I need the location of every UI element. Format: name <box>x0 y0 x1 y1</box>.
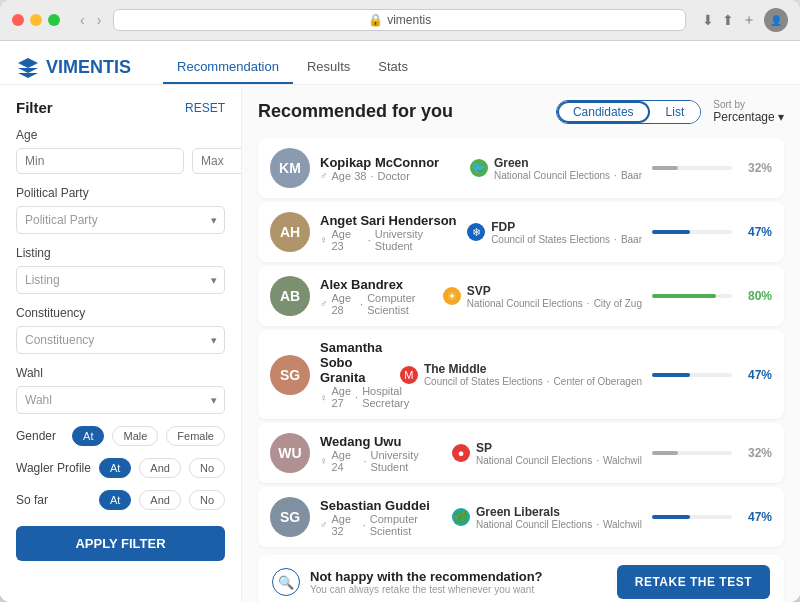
match-bar-fill <box>652 294 716 298</box>
candidate-age: Age 24 <box>332 449 360 473</box>
match-bar-area: 47% <box>652 225 772 239</box>
sort-area: Sort by Percentage ▾ <box>713 99 784 124</box>
election-separator: · <box>587 298 590 309</box>
nav-tabs: Recommendation Results Stats <box>163 51 422 84</box>
gender-female-button[interactable]: Female <box>166 426 225 446</box>
party-details: SP National Council Elections · Walchwil <box>476 441 642 466</box>
list-view-button[interactable]: List <box>650 101 701 123</box>
content-area: Recommended for you Candidates List Sort… <box>242 85 800 602</box>
constituency-label: Constituency <box>16 306 225 320</box>
sort-value[interactable]: Percentage ▾ <box>713 110 784 124</box>
candidate-occupation: Computer Scientist <box>367 292 433 316</box>
candidate-card[interactable]: SG Samantha Sobo Granita ♀ Age 27 · Hosp… <box>258 330 784 419</box>
election-location: Baar <box>621 170 642 181</box>
gender-at-button[interactable]: At <box>72 426 104 446</box>
traffic-light-red[interactable] <box>12 14 24 26</box>
traffic-light-green[interactable] <box>48 14 60 26</box>
election-location: City of Zug <box>594 298 642 309</box>
candidate-name: Alex Bandrex <box>320 277 433 292</box>
traffic-light-yellow[interactable] <box>30 14 42 26</box>
wagler-and-button[interactable]: And <box>139 458 181 478</box>
candidate-meta: ♀ Age 24 · University Student <box>320 449 442 473</box>
election-type: National Council Elections <box>476 519 592 530</box>
retake-button[interactable]: RETAKE THE TEST <box>617 565 770 599</box>
match-bar-background <box>652 230 732 234</box>
sofar-and-button[interactable]: And <box>139 490 181 510</box>
wagler-at-button[interactable]: At <box>99 458 131 478</box>
candidate-avatar: AB <box>270 276 310 316</box>
sofar-no-button[interactable]: No <box>189 490 225 510</box>
candidate-occupation: Doctor <box>377 170 409 182</box>
candidate-card[interactable]: SG Sebastian Guddei ♂ Age 32 · Computer … <box>258 487 784 547</box>
tab-stats[interactable]: Stats <box>364 51 422 84</box>
listing-label: Listing <box>16 246 225 260</box>
sort-label: Sort by <box>713 99 784 110</box>
address-bar[interactable]: 🔒 vimentis <box>113 9 686 31</box>
candidate-occupation: Computer Scientist <box>370 513 442 537</box>
political-party-select[interactable]: Political Party <box>16 206 225 234</box>
party-icon: 🐦 <box>470 159 488 177</box>
age-min-input[interactable] <box>16 148 184 174</box>
candidate-info: Wedang Uwu ♀ Age 24 · University Student <box>320 434 442 473</box>
party-icon: ❄ <box>467 223 485 241</box>
candidate-card[interactable]: WU Wedang Uwu ♀ Age 24 · University Stud… <box>258 423 784 483</box>
reset-button[interactable]: RESET <box>185 101 225 115</box>
tab-recommendation[interactable]: Recommendation <box>163 51 293 84</box>
party-icon: 🌿 <box>452 508 470 526</box>
candidate-name: Samantha Sobo Granita <box>320 340 390 385</box>
party-info: M The Middle Council of States Elections… <box>400 362 642 387</box>
forward-button[interactable]: › <box>93 10 106 30</box>
tab-results[interactable]: Results <box>293 51 364 84</box>
new-tab-icon[interactable]: ＋ <box>742 11 756 29</box>
footer-subtitle: You can always retake the test whenever … <box>310 584 543 595</box>
election-location: Center of Oberagen <box>554 376 642 387</box>
match-bar-background <box>652 166 732 170</box>
match-percentage: 47% <box>740 368 772 382</box>
back-button[interactable]: ‹ <box>76 10 89 30</box>
candidate-occupation: Hospital Secretary <box>362 385 409 409</box>
wagler-no-button[interactable]: No <box>189 458 225 478</box>
footer-info: 🔍 Not happy with the recommendation? You… <box>272 568 543 596</box>
election-separator: · <box>547 376 550 387</box>
age-filter: Age <box>16 128 225 174</box>
party-details: The Middle Council of States Elections ·… <box>424 362 642 387</box>
constituency-select[interactable]: Constituency <box>16 326 225 354</box>
gender-icon: ♀ <box>320 392 328 403</box>
candidate-meta: ♂ Age 38 · Doctor <box>320 170 460 182</box>
match-bar-background <box>652 373 732 377</box>
candidate-name: Sebastian Guddei <box>320 498 442 513</box>
candidate-age: Age 28 <box>332 292 357 316</box>
share-icon[interactable]: ⬆ <box>722 11 734 29</box>
candidate-card[interactable]: AH Anget Sari Henderson ♀ Age 23 · Unive… <box>258 202 784 262</box>
election-location: Baar <box>621 234 642 245</box>
election-info: Council of States Elections · Center of … <box>424 376 642 387</box>
wagler-profile-filter: Wagler Profile At And No <box>16 458 225 478</box>
party-info: ❄ FDP Council of States Elections · Baar <box>467 220 642 245</box>
candidate-age: Age 32 <box>332 513 359 537</box>
candidate-info: Kopikap McConnor ♂ Age 38 · Doctor <box>320 155 460 182</box>
sofar-at-button[interactable]: At <box>99 490 131 510</box>
match-percentage: 47% <box>740 225 772 239</box>
listing-select[interactable]: Listing <box>16 266 225 294</box>
gender-icon: ♀ <box>320 234 328 245</box>
apply-filter-button[interactable]: APPLY FILTER <box>16 526 225 561</box>
download-icon[interactable]: ⬇ <box>702 11 714 29</box>
election-separator: · <box>596 519 599 530</box>
party-icon: ☀ <box>443 287 461 305</box>
party-details: Green National Council Elections · Baar <box>494 156 642 181</box>
party-icon: ● <box>452 444 470 462</box>
wahl-select[interactable]: Wahl <box>16 386 225 414</box>
match-bar-background <box>652 515 732 519</box>
gender-filter: Gender At Male Female <box>16 426 225 446</box>
age-max-input[interactable] <box>192 148 242 174</box>
candidate-card[interactable]: KM Kopikap McConnor ♂ Age 38 · Doctor 🐦 … <box>258 138 784 198</box>
gender-male-button[interactable]: Male <box>112 426 158 446</box>
candidate-card[interactable]: AB Alex Bandrex ♂ Age 28 · Computer Scie… <box>258 266 784 326</box>
candidate-meta: ♀ Age 23 · University Student <box>320 228 457 252</box>
user-avatar[interactable]: 👤 <box>764 8 788 32</box>
election-info: Council of States Elections · Baar <box>491 234 642 245</box>
candidates-view-button[interactable]: Candidates <box>557 101 650 123</box>
election-info: National Council Elections · Walchwil <box>476 455 642 466</box>
candidate-meta: ♀ Age 27 · Hospital Secretary <box>320 385 390 409</box>
match-percentage: 80% <box>740 289 772 303</box>
